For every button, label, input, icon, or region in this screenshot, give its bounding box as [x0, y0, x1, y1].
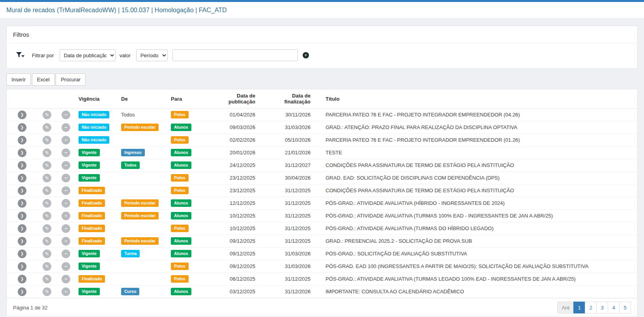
deactivate-row-button[interactable]: −	[62, 275, 70, 283]
vigencia-cell: Vigente	[75, 172, 118, 184]
row-action-cell: ✎	[37, 184, 56, 197]
insert-button[interactable]: Inserir	[6, 73, 31, 86]
de-cell	[118, 184, 168, 197]
pagination-page-button-1[interactable]: 1	[573, 302, 585, 313]
edit-row-button[interactable]: ✎	[43, 199, 51, 208]
pencil-icon: ✎	[45, 112, 49, 118]
filter-operator-select[interactable]: Período	[136, 49, 168, 61]
row-action-cell: ✎	[37, 285, 56, 298]
expand-row-button[interactable]: ❯	[18, 111, 26, 119]
row-action-cell: ❯	[7, 222, 37, 235]
expand-row-button[interactable]: ❯	[18, 123, 26, 132]
table-row: ❯✎−FinalizadoPeríodo escolarAlunos09/12/…	[7, 235, 637, 248]
deactivate-row-button[interactable]: −	[62, 287, 70, 296]
expand-row-button[interactable]: ❯	[18, 174, 26, 182]
expand-row-button[interactable]: ❯	[18, 161, 26, 170]
edit-row-button[interactable]: ✎	[43, 262, 51, 271]
deactivate-row-button[interactable]: −	[62, 237, 70, 246]
expand-row-button[interactable]: ❯	[18, 186, 26, 195]
expand-row-button[interactable]: ❯	[18, 212, 26, 220]
minus-circle-icon: −	[64, 225, 67, 231]
row-action-cell: −	[56, 172, 75, 184]
deactivate-row-button[interactable]: −	[62, 161, 70, 170]
expand-row-button[interactable]: ❯	[18, 287, 26, 296]
expand-row-button[interactable]: ❯	[18, 237, 26, 246]
vigencia-badge: Vigente	[79, 250, 100, 257]
deactivate-row-button[interactable]: −	[62, 136, 70, 144]
pagination-prev-button[interactable]: Ant	[557, 302, 574, 313]
deactivate-row-button[interactable]: −	[62, 212, 70, 220]
de-badge: Curso	[121, 288, 139, 295]
deactivate-row-button[interactable]: −	[62, 249, 70, 258]
data-publicacao-cell: 02/02/2026	[207, 134, 267, 146]
data-finalizacao-cell: 31/12/2025	[267, 210, 322, 222]
edit-row-button[interactable]: ✎	[43, 287, 51, 296]
valor-label: valor	[120, 53, 131, 58]
data-publicacao-cell: 01/04/2026	[207, 109, 267, 121]
chevron-right-icon: ❯	[21, 251, 24, 256]
column-header-data-finalizacao: Data de finalização	[267, 89, 322, 109]
deactivate-row-button[interactable]: −	[62, 224, 70, 233]
deactivate-row-button[interactable]: −	[62, 199, 70, 208]
edit-row-button[interactable]: ✎	[43, 174, 51, 182]
vigencia-badge: Não iniciado	[79, 136, 109, 144]
pagination-page-button-2[interactable]: 2	[585, 302, 597, 313]
edit-row-button[interactable]: ✎	[43, 111, 51, 119]
expand-row-button[interactable]: ❯	[18, 262, 26, 271]
messages-table-panel: Vigência De Para Data de publicação Data…	[6, 89, 638, 317]
expand-row-button[interactable]: ❯	[18, 275, 26, 283]
titulo-cell: PÓS-GRAD.: SOLICITAÇÃO DE AVALIAÇÃO SUBS…	[322, 248, 637, 260]
row-action-cell: ✎	[37, 273, 56, 285]
pagination-page-button-5[interactable]: 5	[619, 302, 631, 313]
titulo-cell: IMPORTANTE: CONSULTA AO CALENDÁRIO ACADÊ…	[322, 285, 637, 298]
expand-row-button[interactable]: ❯	[18, 224, 26, 233]
vigencia-cell: Finalizado	[75, 197, 118, 210]
filter-funnel-icon[interactable]	[16, 52, 25, 58]
table-header-row: Vigência De Para Data de publicação Data…	[7, 89, 637, 109]
edit-row-button[interactable]: ✎	[43, 275, 51, 283]
row-action-cell: ❯	[7, 248, 37, 260]
filter-value-input[interactable]	[172, 49, 298, 61]
pencil-icon: ✎	[45, 137, 49, 143]
edit-row-button[interactable]: ✎	[43, 237, 51, 246]
expand-row-button[interactable]: ❯	[18, 136, 26, 144]
de-cell	[118, 134, 168, 146]
row-action-cell: ❯	[7, 146, 37, 159]
edit-row-button[interactable]: ✎	[43, 148, 51, 157]
deactivate-row-button[interactable]: −	[62, 148, 70, 157]
data-publicacao-cell: 09/12/2025	[207, 235, 267, 248]
data-finalizacao-cell: 31/12/2025	[267, 235, 322, 248]
search-button[interactable]: Procurar	[56, 73, 86, 86]
filter-field-select[interactable]: Data de publicação	[60, 49, 116, 61]
edit-row-button[interactable]: ✎	[43, 186, 51, 195]
toolbar: Inserir Excel Procurar	[6, 73, 638, 86]
edit-row-button[interactable]: ✎	[43, 249, 51, 258]
pencil-icon: ✎	[45, 238, 49, 244]
filters-panel: Filtros Filtrar por Data de publicação v…	[6, 26, 638, 69]
edit-row-button[interactable]: ✎	[43, 224, 51, 233]
deactivate-row-button[interactable]: −	[62, 174, 70, 182]
pagination-page-button-3[interactable]: 3	[596, 302, 608, 313]
edit-row-button[interactable]: ✎	[43, 123, 51, 132]
vigencia-cell: Finalizado	[75, 222, 118, 235]
edit-row-button[interactable]: ✎	[43, 212, 51, 220]
de-badge: Período escolar	[121, 212, 159, 219]
para-badge: Polos	[171, 187, 189, 194]
column-header-titulo: Título	[322, 89, 637, 109]
deactivate-row-button[interactable]: −	[62, 262, 70, 271]
expand-row-button[interactable]: ❯	[18, 199, 26, 208]
edit-row-button[interactable]: ✎	[43, 161, 51, 170]
expand-row-button[interactable]: ❯	[18, 148, 26, 157]
excel-button[interactable]: Excel	[32, 73, 55, 86]
deactivate-row-button[interactable]: −	[62, 186, 70, 195]
deactivate-row-button[interactable]: −	[62, 123, 70, 132]
pagination-page-button-4[interactable]: 4	[608, 302, 620, 313]
add-filter-button[interactable]: +	[303, 52, 309, 58]
de-text: Todos	[121, 112, 135, 118]
expand-row-button[interactable]: ❯	[18, 249, 26, 258]
data-finalizacao-cell: 31/03/2026	[267, 260, 322, 273]
edit-row-button[interactable]: ✎	[43, 136, 51, 144]
deactivate-row-button[interactable]: −	[62, 111, 70, 119]
vigencia-cell: Finalizado	[75, 184, 118, 197]
para-cell: Alunos	[168, 197, 207, 210]
